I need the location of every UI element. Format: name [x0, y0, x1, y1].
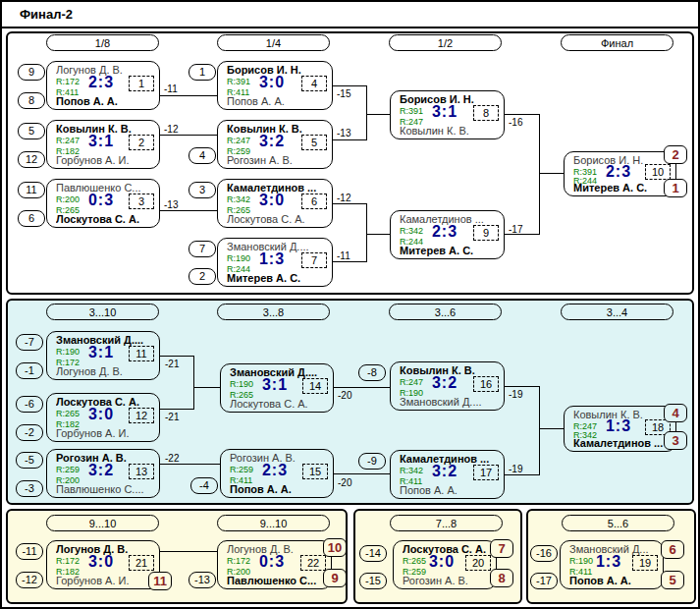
match-number: 21: [129, 555, 154, 571]
loser-destination-label: -12: [337, 193, 350, 203]
seed-box: -2: [16, 424, 43, 441]
match-number: 7: [301, 252, 327, 268]
match-17[interactable]: Камалетдинов ... R:342 R:411 3:2 Попов А…: [390, 450, 505, 499]
connector-line: [160, 464, 220, 465]
player-bottom: Попов А. А.: [400, 484, 499, 496]
loser-destination-label: -22: [165, 453, 179, 464]
match-5[interactable]: Ковылин К. В. R:247 R:259 3:2 Рогозин А.…: [217, 120, 333, 169]
match-score: 2:3: [75, 74, 128, 91]
match-score: 2:3: [418, 223, 471, 241]
loser-destination-label: -12: [164, 124, 178, 135]
match-number: 4: [301, 76, 327, 91]
place-badge: 9: [323, 569, 347, 587]
seed-box: -4: [190, 477, 218, 494]
player-bottom: Попов А. А.: [569, 575, 658, 586]
match-score: 3:1: [75, 133, 128, 150]
connector-line: [366, 85, 367, 140]
player-bottom: Змановский Д....: [400, 396, 499, 408]
match-2[interactable]: Ковылин К. В. R:247 R:182 3:1 Горбунов А…: [46, 120, 160, 169]
match-score: 1:3: [584, 553, 633, 571]
loser-destination-label: -21: [165, 359, 179, 369]
seed-box: -9: [358, 453, 386, 470]
match-score: 0:3: [75, 192, 128, 209]
match-15[interactable]: Рогозин А. В. R:259 R:411 2:3 Попов А. А…: [220, 449, 334, 498]
match-score: 2:3: [592, 163, 645, 181]
page-title: Финал-2: [20, 7, 73, 22]
match-score: 3:2: [245, 133, 298, 150]
connector-line: [333, 261, 366, 262]
connector-line: [160, 95, 217, 96]
place-badge: 4: [664, 404, 687, 422]
round-header: 9...10: [217, 515, 330, 531]
loser-destination-label: -13: [164, 199, 178, 210]
place-badge: 2: [664, 145, 687, 164]
match-score: 3:0: [417, 553, 466, 571]
player-bottom: Ковылин К. В.: [400, 125, 499, 137]
seed-box: -11: [16, 543, 43, 560]
player-bottom: Митерев А. С.: [573, 182, 671, 194]
match-score: 3:0: [75, 553, 128, 571]
match-22[interactable]: Логунов Д. В. R:172 R:200 0:3 Павлюшенко…: [217, 540, 332, 589]
match-number: 6: [301, 194, 327, 209]
player-bottom: Логунов Д. В.: [56, 365, 154, 377]
match-score: 2:3: [248, 462, 301, 479]
seed-box: -14: [359, 545, 387, 562]
match-number: 1: [129, 76, 154, 91]
player-bottom: Попов А. А.: [56, 95, 154, 107]
seed-box: 9: [18, 64, 45, 81]
match-10-final[interactable]: Борисов И. Н. R:391 R:244 2:3 Митерев А.…: [564, 151, 676, 196]
seed-box: 6: [18, 210, 45, 227]
match-20[interactable]: Лоскутова С. А. R:265 R:259 3:0 20 Рогоз…: [393, 540, 497, 589]
seed-box: -7: [16, 334, 43, 351]
match-21[interactable]: Логунов Д. В. R:172 R:182 3:0 Горбунов А…: [46, 540, 160, 589]
seed-box: 7: [188, 241, 216, 257]
match-9[interactable]: Камалетдинов ... R:342 R:244 2:3 Митерев…: [390, 210, 505, 259]
match-1[interactable]: Логунов Д. В. R:172 R:411 2:3 Попов А. А…: [46, 61, 160, 110]
match-number: 11: [129, 346, 154, 361]
match-18[interactable]: Ковылин К. В. R:247 R:342 1:3 Камалетдин…: [564, 406, 676, 452]
connector-line: [193, 387, 220, 388]
player-bottom: Попов А. А.: [227, 95, 327, 107]
seed-box: 4: [188, 147, 216, 164]
player-bottom: Рогозин А. В.: [403, 575, 491, 586]
match-score: 3:2: [418, 463, 471, 480]
match-4[interactable]: Борисов И. Н. R:391 R:411 3:0 Попов А. А…: [217, 61, 333, 110]
match-13[interactable]: Рогозин А. В. R:259 R:200 3:2 Павлюшенко…: [46, 449, 160, 498]
match-score: 3:2: [75, 462, 128, 479]
match-score: 3:1: [248, 376, 301, 394]
seed-box: 1: [188, 64, 216, 81]
match-19[interactable]: Змановский Д... R:190 R:411 1:3 19 Попов…: [560, 540, 664, 589]
seed-box: -15: [359, 573, 387, 589]
place-badge: 6: [661, 540, 684, 559]
match-16[interactable]: Ковылин К. В. R:247 R:190 3:2 Змановский…: [390, 361, 505, 411]
match-score: 1:3: [245, 250, 298, 268]
connector-line: [505, 114, 539, 115]
seed-box: 8: [18, 92, 45, 109]
place-badge: 7: [490, 539, 513, 558]
round-header: 3...6: [389, 304, 502, 320]
match-score: 3:1: [418, 103, 471, 121]
match-score: 3:0: [245, 74, 298, 91]
loser-destination-label: -16: [509, 117, 522, 128]
match-6[interactable]: Камалетдинов ... R:342 R:265 3:0 Лоскуто…: [217, 179, 333, 228]
match-11[interactable]: Змановский Д.... R:190 R:172 3:1 Логунов…: [46, 331, 160, 380]
connector-line: [539, 173, 564, 174]
seed-box: -17: [530, 573, 558, 589]
match-14[interactable]: Змановский Д.... R:190 R:265 3:1 Лоскуто…: [220, 363, 334, 413]
match-score: 3:1: [75, 344, 128, 361]
loser-destination-label: -19: [509, 464, 522, 474]
match-8[interactable]: Борисов И. Н. R:391 R:247 3:1 Ковылин К.…: [390, 90, 505, 139]
player-bottom: Митерев А. С.: [227, 272, 327, 284]
match-number: 10: [645, 164, 671, 180]
connector-line: [160, 210, 217, 211]
match-number: 20: [465, 555, 491, 571]
match-number: 8: [473, 105, 499, 121]
player-bottom: Горбунов А. И.: [56, 154, 154, 166]
match-12[interactable]: Лоскутова С. А. R:265 R:182 3:0 Горбунов…: [46, 393, 160, 442]
match-7[interactable]: Змановский Д.... R:190 R:244 1:3 Митерев…: [217, 238, 333, 287]
round-header: 1/8: [46, 34, 159, 51]
player-bottom: Камалетдинов ...: [573, 437, 671, 449]
match-3[interactable]: Павлюшенко С... R:200 R:265 0:3 Лоскутов…: [46, 179, 160, 228]
player-bottom: Павлюшенко С...: [227, 575, 326, 586]
loser-destination-label: -17: [509, 224, 522, 235]
